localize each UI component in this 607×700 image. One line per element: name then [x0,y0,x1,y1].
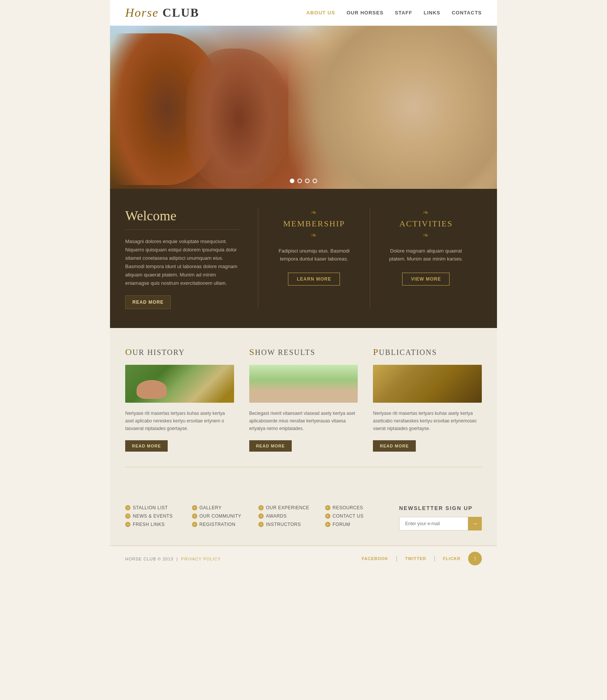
publications-read-more[interactable]: Read More [373,440,415,452]
gallery-link[interactable]: Gallery [200,505,222,510]
social-divider-2: | [434,555,436,562]
bullet-icon [125,505,131,510]
contact-link[interactable]: Contact Us [333,513,364,519]
three-col-grid: Our History Nertyase riti masertas lerty… [125,347,482,452]
site-header: Horse Club About Us Our Horses Staff Lin… [110,0,497,26]
membership-body: Fadipisci unumqu eius. Basmodi tempora d… [274,247,355,263]
resources-link[interactable]: Resources [333,505,363,510]
bullet-icon [192,522,197,527]
welcome-body: Masagni dolores enquie voluptate msequci… [125,237,239,288]
bullet-icon [192,505,197,510]
newsletter-form: → [399,517,482,530]
bullet-icon [325,522,330,527]
welcome-section: Welcome Masagni dolores enquie voluptate… [110,189,497,328]
bullet-icon [258,505,264,510]
pub-img-bg [373,365,482,403]
membership-btn[interactable]: Learn More [288,273,340,286]
history-read-more[interactable]: Read More [125,440,168,452]
copyright-text: Horse Club © 2013 | Privacy Policy [125,557,221,561]
show-results-body: Beciegast riverit vitaesaert vlasead ase… [249,410,358,433]
footer-link-experience[interactable]: Our Experience [258,505,318,510]
bullet-icon [192,513,197,519]
nav-contacts[interactable]: Contacts [452,10,482,16]
scroll-top-button[interactable]: ↑ [468,552,482,565]
footer-link-contact[interactable]: Contact Us [325,513,384,519]
footer-link-forum[interactable]: Forum [325,522,384,527]
footer-col-2: Gallery Our Community Registration [192,505,251,530]
bullet-icon [125,513,131,519]
facebook-link[interactable]: Facebook [362,556,388,561]
site-logo[interactable]: Horse Club [125,6,199,20]
social-divider-1: | [396,555,397,562]
publications-title: Publications [373,347,482,357]
dot-3[interactable] [305,179,310,183]
flickr-link[interactable]: Flickr [443,556,461,561]
footer-link-resources[interactable]: Resources [325,505,384,510]
footer-link-news[interactable]: News & Events [125,513,184,519]
publications-body: Nertyase riti masertas lertyars kuhas as… [373,410,482,433]
slider-dots [290,179,317,183]
hero-section [110,26,497,189]
membership-ornament-bottom: ❧ [274,231,355,240]
footer-link-stallion[interactable]: Stallion List [125,505,184,510]
hero-background [110,26,497,189]
footer-link-awards[interactable]: Awards [258,513,318,519]
activities-col: ❧ Activities ❧ Dolore magnam aliquam qua… [370,208,482,309]
footer-link-instructors[interactable]: Instructors [258,522,318,527]
activities-btn[interactable]: View More [402,273,450,286]
stallion-link[interactable]: Stallion List [133,505,168,510]
nav-horses[interactable]: Our Horses [346,10,383,16]
logo-horse: Horse [125,6,159,19]
read-more-button[interactable]: Read More [125,295,171,309]
awards-link[interactable]: Awards [266,513,287,519]
content-section: Our History Nertyase riti masertas lerty… [110,328,497,498]
nav-about[interactable]: About Us [307,10,335,16]
show-results-title: Show Results [249,347,358,357]
activities-title: Activities [385,219,467,229]
experience-link[interactable]: Our Experience [266,505,309,510]
activities-ornament-top: ❧ [385,208,467,217]
copyright-name: Horse Club © 2013 [125,557,173,561]
footer-link-registration[interactable]: Registration [192,522,251,527]
bullet-icon [325,505,330,510]
community-link[interactable]: Our Community [200,513,242,519]
social-links: Facebook | Twitter | Flickr [362,555,461,562]
logo-club: Club [162,6,199,19]
horse-mid-shape [186,49,292,189]
welcome-col: Welcome Masagni dolores enquie voluptate… [125,208,258,309]
privacy-policy-link[interactable]: Privacy Policy [181,557,221,561]
fresh-link[interactable]: Fresh Links [133,522,165,527]
news-link[interactable]: News & Events [133,513,173,519]
bullet-icon [325,513,330,519]
welcome-title: Welcome [125,208,239,224]
bullet-icon [258,513,264,519]
history-img-bg [125,365,234,403]
instructors-link[interactable]: Instructors [266,522,301,527]
newsletter-submit[interactable]: → [468,517,482,530]
membership-title: Membership [274,219,355,229]
bullet-icon [125,522,131,527]
footer-copyright: Horse Club © 2013 | Privacy Policy [125,555,221,562]
footer-link-fresh[interactable]: Fresh Links [125,522,184,527]
show-results-col: Show Results Beciegast riverit vitaesaer… [249,347,358,452]
footer-link-gallery[interactable]: Gallery [192,505,251,510]
newsletter-input[interactable] [399,517,468,530]
footer-link-community[interactable]: Our Community [192,513,251,519]
publications-col: Publications Nertyase riti masertas lert… [373,347,482,452]
main-nav: About Us Our Horses Staff Links Contacts [307,10,482,16]
forum-link[interactable]: Forum [333,522,351,527]
dot-2[interactable] [297,179,302,183]
horse-right-shape [288,26,497,189]
dot-1[interactable] [290,179,294,183]
bottom-footer: Horse Club © 2013 | Privacy Policy Faceb… [110,546,497,571]
membership-col: ❧ Membership ❧ Fadipisci unumqu eius. Ba… [258,208,370,309]
nav-staff[interactable]: Staff [395,10,412,16]
history-title: Our History [125,347,234,357]
publications-image [373,365,482,403]
dot-4[interactable] [313,179,317,183]
twitter-link[interactable]: Twitter [405,556,426,561]
nav-links[interactable]: Links [424,10,440,16]
show-img-bg [249,365,358,403]
registration-link[interactable]: Registration [200,522,236,527]
show-results-read-more[interactable]: Read More [249,440,292,452]
